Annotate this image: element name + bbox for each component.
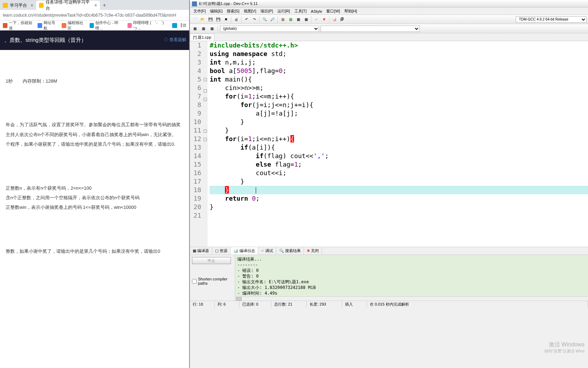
redo-icon[interactable]: ↷ xyxy=(251,16,258,23)
new-file-icon[interactable]: 📄 xyxy=(191,16,198,23)
menu-search[interactable]: 搜索[S] xyxy=(225,8,241,15)
checkbox-input[interactable] xyxy=(192,279,197,284)
goto-icon[interactable]: 🗐 xyxy=(339,16,346,23)
replace-icon[interactable]: 🔎 xyxy=(269,16,276,23)
close-icon[interactable]: × xyxy=(94,2,97,8)
scroll-thumb[interactable] xyxy=(236,297,242,301)
fold-icon[interactable]: - xyxy=(204,98,207,101)
bookmark-item[interactable]: 一下，你就知道 xyxy=(3,20,33,31)
menu-run[interactable]: 运行[R] xyxy=(275,8,292,15)
undo-icon[interactable]: ↶ xyxy=(243,16,250,23)
bookmark-item[interactable]: 创作中心 - 哔哩… xyxy=(90,20,123,31)
stop-icon[interactable]: ✖ xyxy=(321,16,328,23)
separator xyxy=(329,16,329,23)
bottom-panel: 中止 Shorten compiler paths 编译结果... ------… xyxy=(190,255,588,301)
tab-title-1: 学习平台 xyxy=(10,2,27,9)
tab-debug[interactable]: ✓调试 xyxy=(258,247,276,255)
close-icon[interactable]: × xyxy=(30,2,33,8)
tab-resources[interactable]: ▢资源 xyxy=(212,247,231,255)
menu-edit[interactable]: 编辑[E] xyxy=(208,8,225,15)
new-tab-button[interactable]: + xyxy=(100,1,109,10)
problem-body: 1秒 内存限制：128M 年会，为了活跃气氛，设置了摇奖环节。参加聚会的每位员工… xyxy=(0,50,189,262)
menu-tools[interactable]: 工具[T] xyxy=(292,8,309,15)
menu-astyle[interactable]: AStyle xyxy=(309,9,324,14)
bookmark-item[interactable]: 哔哩哔哩 ( ゜- ゜)つ… xyxy=(128,20,168,31)
bookmark-bar: 一下，你就知道 网址导航 编程猫社区 创作中心 - 哔哩… 哔哩哔哩 ( ゜- … xyxy=(0,21,189,30)
url-text: learn.coduck.cn/#/student/previewTask?id… xyxy=(3,13,176,18)
browser-tab-strip: 学习平台 × 任务详情-可达鸭学习平台 × + xyxy=(0,0,189,10)
fold-icon[interactable]: - xyxy=(204,129,207,133)
fold-icon[interactable]: - xyxy=(204,138,207,141)
output-line: -------- xyxy=(237,262,586,268)
app-icon xyxy=(192,1,197,6)
status-length: 长度: 293 xyxy=(307,301,342,308)
save-all-icon[interactable]: 💾 xyxy=(215,16,222,23)
open-icon[interactable]: 📂 xyxy=(199,16,206,23)
browser-tab-1[interactable]: 学习平台 × xyxy=(0,1,36,10)
status-selected: 已选择: 0 xyxy=(239,301,271,308)
bookmark-item[interactable]: 编程猫社区 xyxy=(62,20,85,31)
tab-search-results[interactable]: 🔍搜索结果 xyxy=(276,247,304,255)
bookmark-item[interactable]: 网址导航 xyxy=(38,20,57,31)
file-tab[interactable]: [*] 题1.cpp xyxy=(190,34,214,41)
watermark-title: 激活 Windows xyxy=(544,341,584,349)
tab-compile-log[interactable]: 📊编译日志 xyxy=(231,247,258,255)
favicon-1 xyxy=(3,3,8,8)
output-line: - 输出大小: 1.83200073242188 MiB xyxy=(237,285,586,290)
menu-file[interactable]: 文件[F] xyxy=(191,8,208,15)
time-limit: 1秒 xyxy=(6,78,13,84)
compiler-select[interactable]: TDM-GCC 4.9.2 64-bit Release xyxy=(516,16,587,23)
abort-button[interactable]: 中止 xyxy=(192,257,231,264)
globals-select[interactable]: (globals) xyxy=(220,26,319,32)
close-icon: ✖ xyxy=(307,249,310,253)
url-bar[interactable]: learn.coduck.cn/#/student/previewTask?id… xyxy=(0,10,189,21)
fold-icon[interactable]: - xyxy=(204,89,207,93)
compile-icon[interactable]: ▦ xyxy=(279,16,286,23)
bookmark-icon xyxy=(62,23,66,28)
status-total-lines: 总行数: 21 xyxy=(271,301,307,308)
profile-icon[interactable]: 📊 xyxy=(331,16,338,23)
print-icon[interactable]: 🖨 xyxy=(233,16,240,23)
separator xyxy=(277,16,278,23)
bookmark-icon xyxy=(38,23,42,28)
compile-output[interactable]: 编译结果... -------- - 错误: 0 - 警告: 0 - 输出文件名… xyxy=(235,255,588,301)
search-icon: 🔍 xyxy=(279,249,284,253)
shorten-paths-checkbox[interactable]: Shorten compiler paths xyxy=(192,277,233,285)
fold-gutter: - - - - - xyxy=(203,41,208,247)
browser-tab-2[interactable]: 任务详情-可达鸭学习平台 × xyxy=(36,1,100,10)
bookmark-icon xyxy=(172,23,177,28)
menu-help[interactable]: 帮助[H] xyxy=(342,8,359,15)
run-icon[interactable]: ▦ xyxy=(287,16,294,23)
menubar: 文件[F] 编辑[E] 搜索[S] 视图[V] 项目[P] 运行[R] 工具[T… xyxy=(190,8,588,15)
code-editor[interactable]: 123456789101112131415161718192021 - - - … xyxy=(190,41,588,247)
separator xyxy=(311,16,311,23)
tab-close[interactable]: ✖关闭 xyxy=(304,247,322,255)
rebuild-icon[interactable]: ▦ xyxy=(303,16,310,23)
find-icon[interactable]: 🔍 xyxy=(261,16,268,23)
bookmark-item[interactable]: 【信 xyxy=(172,23,186,28)
goto-bookmark-icon[interactable]: ▦ xyxy=(208,25,215,32)
close-icon[interactable]: ✖ xyxy=(222,16,230,23)
bottom-tab-bar: ▦编译器 ▢资源 📊编译日志 ✓调试 🔍搜索结果 ✖关闭 xyxy=(190,247,588,255)
debug-icon[interactable]: ✓ xyxy=(313,16,320,23)
functions-select[interactable] xyxy=(321,26,420,32)
horizontal-scrollbar[interactable] xyxy=(235,296,588,301)
menu-view[interactable]: 视图[V] xyxy=(242,8,258,15)
new-class-icon[interactable]: ▦ xyxy=(191,25,198,32)
menu-project[interactable]: 项目[P] xyxy=(258,8,275,15)
bookmark-icon[interactable]: ▦ xyxy=(200,25,207,32)
bookmark-icon xyxy=(128,23,132,28)
save-icon[interactable]: 💾 xyxy=(207,16,214,23)
menu-window[interactable]: 窗口[W] xyxy=(324,8,342,15)
bookmark-icon xyxy=(90,23,94,28)
desc-line: 主持人依次公布n个不同的获奖号码，小谢看着自己抽奖卷上的号码win，无比紧张。 xyxy=(6,130,183,139)
favicon-2 xyxy=(39,3,44,8)
tab-compiler[interactable]: ▦编译器 xyxy=(190,247,212,255)
code-content[interactable]: #include<bits/stdc++.h> using namespace … xyxy=(208,41,588,247)
view-solution-link[interactable]: ◇ 查看题解 xyxy=(164,37,186,43)
input-spec: 正整数n，表示有n个获奖号码，2<n<=100 xyxy=(6,184,183,192)
fold-icon[interactable]: - xyxy=(204,78,207,81)
compile-run-icon[interactable]: ▦ xyxy=(295,16,302,23)
output-line: - 警告: 0 xyxy=(237,273,586,279)
check-icon: ✓ xyxy=(261,249,264,253)
